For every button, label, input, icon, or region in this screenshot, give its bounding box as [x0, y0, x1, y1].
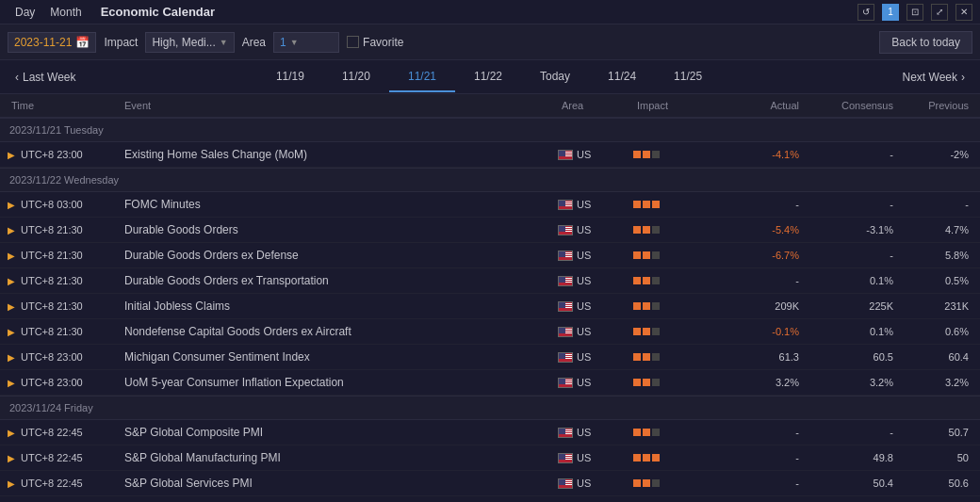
nav-date-11-25[interactable]: 11/25: [655, 62, 721, 92]
table-row[interactable]: ▶UTC+8 23:00Michigan Consumer Sentiment …: [0, 345, 980, 370]
actual-value: -5.4%: [727, 224, 803, 235]
time-value: UTC+8 21:30: [21, 224, 83, 235]
layout1-icon[interactable]: 1: [882, 4, 899, 21]
impact-bar: [643, 328, 650, 335]
impact-bar: [633, 302, 641, 310]
table-row[interactable]: ▶UTC+8 23:00Existing Home Sales Change (…: [0, 142, 980, 168]
table-row[interactable]: ▶UTC+8 21:30Durable Goods Orders ex Tran…: [0, 268, 980, 294]
area-dropdown[interactable]: 1 ▼: [273, 32, 339, 53]
actual-value: 209K: [727, 300, 803, 312]
area-code: US: [577, 199, 591, 210]
impact-bars: [633, 379, 727, 386]
area-cell: US: [558, 326, 633, 337]
favorite-label: Favorite: [363, 36, 403, 49]
impact-bar: [643, 479, 650, 487]
reload-icon[interactable]: ↺: [858, 4, 874, 21]
table-row[interactable]: ▶UTC+8 21:30Initial Jobless ClaimsUS209K…: [0, 294, 980, 319]
month-button[interactable]: Month: [42, 4, 89, 21]
impact-bar: [633, 151, 641, 158]
back-to-today-button[interactable]: Back to today: [879, 31, 972, 54]
table-row[interactable]: ▶UTC+8 21:30Durable Goods OrdersUS-5.4%-…: [0, 218, 980, 243]
actual-value: -4.1%: [727, 149, 803, 160]
impact-bars: [633, 226, 727, 234]
row-arrow-icon: ▶: [8, 327, 15, 337]
nav-date-11-19[interactable]: 11/19: [257, 62, 323, 92]
impact-bars: [633, 479, 727, 487]
previous-value: -: [897, 199, 972, 210]
area-cell: US: [558, 224, 633, 235]
area-code: US: [577, 377, 591, 388]
time-value: UTC+8 23:00: [21, 149, 83, 160]
event-name: Nondefense Capital Goods Orders ex Aircr…: [121, 325, 558, 338]
row-arrow-icon: ▶: [8, 251, 15, 261]
time-value: UTC+8 22:45: [21, 427, 83, 438]
impact-value: High, Medi...: [152, 36, 215, 49]
row-arrow-icon: ▶: [8, 200, 15, 210]
impact-bar: [643, 353, 650, 361]
date-group-header: 2023/11/21 Tuesday: [0, 118, 980, 142]
event-name: Durable Goods Orders ex Defense: [121, 249, 558, 262]
impact-bar: [643, 277, 650, 284]
area-cell: US: [558, 149, 633, 160]
event-name: Durable Goods Orders ex Transportation: [121, 274, 558, 287]
date-value: 2023-11-21: [14, 36, 72, 49]
date-picker[interactable]: 2023-11-21 📅: [8, 32, 96, 53]
table-row[interactable]: ▶UTC+8 23:00UoM 5-year Consumer Inflatio…: [0, 370, 980, 396]
impact-dropdown[interactable]: High, Medi... ▼: [145, 32, 234, 53]
consensus-value: -: [803, 149, 897, 160]
nav-date-11-21[interactable]: 11/21: [389, 62, 455, 92]
table-row[interactable]: ▶UTC+8 22:45S&P Global Services PMIUS-50…: [0, 471, 980, 496]
row-arrow-icon: ▶: [8, 225, 15, 235]
expand-icon[interactable]: ⤢: [931, 4, 948, 21]
table-row[interactable]: ▶UTC+8 21:30Durable Goods Orders ex Defe…: [0, 243, 980, 268]
area-code: US: [577, 351, 591, 363]
favorite-checkbox[interactable]: Favorite: [347, 36, 403, 49]
time-cell: ▶UTC+8 23:00: [8, 351, 121, 363]
nav-bar: ‹ Last Week 11/1911/2011/2111/22Today11/…: [0, 60, 980, 94]
impact-bar: [652, 251, 660, 259]
time-value: UTC+8 23:00: [21, 351, 83, 363]
time-cell: ▶UTC+8 21:30: [8, 326, 121, 337]
impact-bar: [652, 277, 660, 284]
date-group-header: 2023/11/24 Friday: [0, 396, 980, 420]
close-icon[interactable]: ✕: [956, 4, 972, 21]
consensus-value: 0.1%: [803, 275, 897, 286]
table-row[interactable]: ▶UTC+8 03:00FOMC MinutesUS---: [0, 192, 980, 218]
time-cell: ▶UTC+8 03:00: [8, 199, 121, 210]
nav-date-11-24[interactable]: 11/24: [589, 62, 655, 92]
us-flag-icon: [558, 378, 573, 388]
area-code: US: [577, 149, 591, 160]
table-row[interactable]: ▶UTC+8 22:45S&P Global Composite PMIUS--…: [0, 420, 980, 445]
impact-bar: [633, 379, 641, 386]
impact-bar: [643, 429, 650, 436]
event-name: S&P Global Services PMI: [121, 477, 558, 490]
actual-value: -: [727, 452, 803, 463]
day-button[interactable]: Day: [8, 4, 42, 21]
event-name: UoM 5-year Consumer Inflation Expectatio…: [121, 376, 558, 389]
next-week-button[interactable]: Next Week ›: [895, 67, 972, 88]
table-row[interactable]: ▶UTC+8 22:45S&P Global Manufacturing PMI…: [0, 445, 980, 471]
impact-bar: [652, 151, 660, 158]
previous-value: 5.8%: [897, 250, 972, 261]
actual-value: -0.1%: [727, 326, 803, 337]
nav-date-11-22[interactable]: 11/22: [455, 62, 521, 92]
layout2-icon[interactable]: ⊡: [906, 4, 923, 21]
chevron-down-icon2: ▼: [290, 38, 299, 47]
prev-week-button[interactable]: ‹ Last Week: [8, 67, 83, 88]
event-header: Event: [121, 100, 558, 111]
time-cell: ▶UTC+8 21:30: [8, 275, 121, 286]
table-row[interactable]: ▶UTC+8 21:30Nondefense Capital Goods Ord…: [0, 319, 980, 345]
actual-header: Actual: [727, 100, 803, 111]
us-flag-icon: [558, 428, 573, 438]
nav-date-Today[interactable]: Today: [521, 62, 589, 92]
time-value: UTC+8 21:30: [21, 275, 83, 286]
us-flag-icon: [558, 327, 573, 337]
area-code: US: [577, 478, 591, 489]
us-flag-icon: [558, 478, 573, 489]
impact-bar: [633, 479, 641, 487]
nav-date-11-20[interactable]: 11/20: [323, 62, 389, 92]
time-value: UTC+8 22:45: [21, 452, 83, 463]
area-cell: US: [558, 377, 633, 388]
previous-value: 50.7: [897, 427, 972, 438]
event-name: FOMC Minutes: [121, 198, 558, 211]
